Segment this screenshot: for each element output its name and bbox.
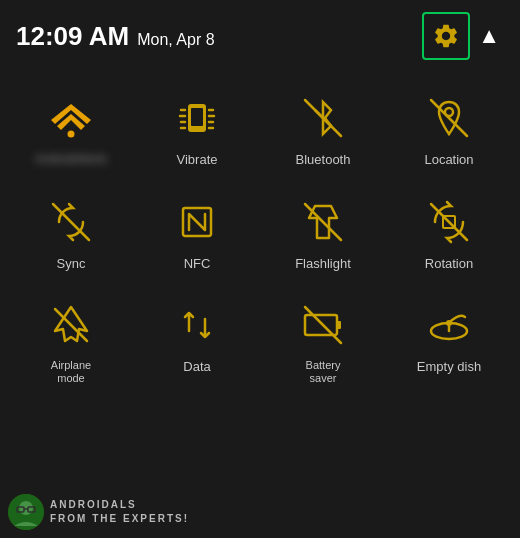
nfc-icon	[171, 196, 223, 248]
collapse-button[interactable]: ▲	[474, 19, 504, 53]
sync-icon	[45, 196, 97, 248]
vibrate-label: Vibrate	[177, 152, 218, 168]
data-label: Data	[183, 359, 210, 375]
tile-battery-saver[interactable]: Batterysaver	[260, 283, 386, 397]
watermark-tagline: FROM THE EXPERTS!	[50, 512, 189, 526]
bluetooth-icon	[297, 92, 349, 144]
tile-wifi[interactable]: AndroidAlerts	[8, 76, 134, 180]
header-icons: ▲	[422, 12, 504, 60]
settings-button[interactable]	[422, 12, 470, 60]
svg-line-24	[305, 307, 341, 343]
flashlight-label: Flashlight	[295, 256, 351, 272]
svg-point-2	[68, 131, 75, 138]
battery-saver-icon	[297, 299, 349, 351]
svg-line-18	[305, 204, 341, 240]
tile-nfc[interactable]: NFC	[134, 180, 260, 284]
date-display: Mon, Apr 8	[137, 31, 214, 49]
tile-location[interactable]: Location	[386, 76, 512, 180]
svg-line-20	[431, 204, 467, 240]
svg-rect-22	[305, 315, 337, 335]
tile-flashlight[interactable]: Flashlight	[260, 180, 386, 284]
watermark-text-block: ANDROIDALS FROM THE EXPERTS!	[50, 498, 189, 526]
time-display: 12:09 AM	[16, 21, 129, 52]
gear-icon	[432, 22, 460, 50]
empty-dish-label: Empty dish	[417, 359, 481, 375]
location-icon	[423, 92, 475, 144]
rotation-icon	[423, 196, 475, 248]
rotation-label: Rotation	[425, 256, 473, 272]
svg-line-15	[431, 100, 467, 136]
tile-rotation[interactable]: Rotation	[386, 180, 512, 284]
tile-empty-dish[interactable]: Empty dish	[386, 283, 512, 397]
sync-label: Sync	[57, 256, 86, 272]
airplane-label: Airplanemode	[51, 359, 91, 385]
location-label: Location	[424, 152, 473, 168]
nfc-label: NFC	[184, 256, 211, 272]
tile-airplane[interactable]: Airplanemode	[8, 283, 134, 397]
flashlight-icon	[297, 196, 349, 248]
vibrate-icon	[171, 92, 223, 144]
quick-settings-grid: AndroidAlerts Vibrate	[0, 68, 520, 406]
wifi-label: AndroidAlerts	[35, 152, 107, 166]
empty-dish-icon	[423, 299, 475, 351]
bluetooth-label: Bluetooth	[296, 152, 351, 168]
watermark-site: ANDROIDALS	[50, 498, 189, 512]
tile-bluetooth[interactable]: Bluetooth	[260, 76, 386, 180]
svg-rect-23	[337, 321, 341, 329]
svg-point-28	[19, 501, 33, 515]
airplane-icon	[45, 299, 97, 351]
time-date: 12:09 AM Mon, Apr 8	[16, 21, 215, 52]
battery-saver-label: Batterysaver	[306, 359, 341, 385]
data-icon	[171, 299, 223, 351]
tile-vibrate[interactable]: Vibrate	[134, 76, 260, 180]
watermark: ANDROIDALS FROM THE EXPERTS!	[8, 494, 189, 530]
tile-sync[interactable]: Sync	[8, 180, 134, 284]
svg-point-26	[446, 320, 452, 326]
tile-data[interactable]: Data	[134, 283, 260, 397]
svg-rect-12	[191, 108, 203, 126]
wifi-icon	[45, 92, 97, 144]
header: 12:09 AM Mon, Apr 8 ▲	[0, 0, 520, 68]
watermark-avatar	[8, 494, 44, 530]
